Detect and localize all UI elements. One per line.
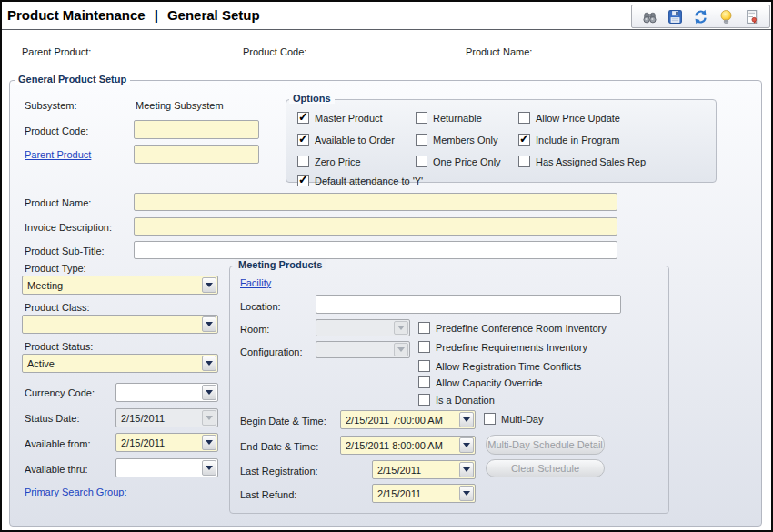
product-class-label: Product Class: (25, 302, 90, 313)
status-date-select: 2/15/2011 (115, 408, 218, 427)
checkbox-allow-registration-time-conflicts[interactable]: Allow Registration Time Conflicts (418, 360, 581, 372)
predefine-conference-room-checkbox[interactable] (418, 322, 430, 334)
checkbox-has-assigned-sales-rep[interactable]: Has Assigned Sales Rep (518, 156, 646, 167)
product-maintenance-window: Product Maintenance|General Setup (0, 0, 773, 532)
default-attendance-checkbox[interactable] (297, 175, 309, 186)
begin-date-time-select[interactable]: 2/15/2011 7:00:00 AM (340, 410, 476, 429)
primary-search-group-link[interactable]: Primary Search Group: (25, 487, 126, 497)
product-type-label: Product Type: (25, 263, 86, 274)
product-name-input[interactable] (134, 193, 617, 211)
checkbox-zero-price[interactable]: Zero Price (297, 156, 361, 167)
available-from-label: Available from: (25, 438, 91, 449)
chevron-down-icon[interactable] (459, 486, 474, 501)
multi-day-schedule-detail-button[interactable]: Multi-Day Schedule Detail (486, 435, 605, 455)
allow-registration-conflicts-checkbox[interactable] (418, 360, 430, 372)
header-product-name-label: Product Name: (466, 46, 532, 57)
product-code-label: Product Code: (25, 125, 88, 136)
checkbox-one-price-only[interactable]: One Price Only (416, 156, 501, 167)
one-price-only-checkbox[interactable] (416, 156, 427, 167)
options-legend: Options (289, 93, 335, 104)
chevron-down-icon[interactable] (459, 437, 474, 453)
available-from-select[interactable]: 2/15/2011 (115, 433, 218, 452)
room-label: Room: (240, 324, 269, 335)
checkbox-is-a-donation[interactable]: Is a Donation (418, 394, 495, 406)
checkbox-include-in-program[interactable]: Include in Program (518, 134, 619, 146)
product-status-select[interactable]: Active (22, 354, 218, 373)
parent-product-link[interactable]: Parent Product (25, 149, 91, 160)
checkbox-predefine-conference-room-inventory[interactable]: Predefine Conference Room Inventory (418, 322, 607, 334)
checkbox-allow-price-update[interactable]: Allow Price Update (518, 112, 620, 124)
search-binoculars-icon[interactable] (642, 9, 658, 25)
page-title-right: General Setup (167, 7, 260, 23)
parent-product-input[interactable] (134, 145, 259, 164)
invoice-description-input[interactable] (134, 217, 617, 236)
product-type-select[interactable]: Meeting (22, 276, 218, 295)
checkbox-allow-capacity-override[interactable]: Allow Capacity Override (418, 376, 542, 388)
location-label: Location: (240, 301, 281, 312)
checkbox-default-attendance[interactable]: Default attendance to 'Y' (297, 175, 423, 186)
end-date-time-select[interactable]: 2/15/2011 8:00:00 AM (340, 436, 476, 455)
clear-schedule-button[interactable]: Clear Schedule (486, 459, 605, 477)
chevron-down-icon[interactable] (202, 385, 216, 400)
report-icon[interactable] (744, 9, 759, 25)
checkbox-master-product[interactable]: Master Product (297, 112, 383, 124)
product-class-select[interactable] (22, 315, 218, 334)
chevron-down-icon[interactable] (459, 462, 474, 477)
available-thru-select[interactable] (115, 458, 218, 477)
checkbox-predefine-requirements-inventory[interactable]: Predefine Requirements Inventory (418, 341, 587, 353)
checkbox-available-to-order[interactable]: Available to Order (297, 134, 395, 146)
status-date-label: Status Date: (25, 413, 80, 424)
product-sub-title-label: Product Sub-Title: (25, 246, 105, 256)
chevron-down-icon[interactable] (202, 316, 216, 332)
general-product-setup-legend: General Product Setup (15, 74, 130, 85)
page-title: Product Maintenance|General Setup (7, 7, 260, 23)
end-date-time-label: End Date & Time: (240, 441, 318, 452)
tip-lightbulb-icon[interactable] (718, 9, 734, 25)
product-sub-title-input[interactable] (134, 241, 617, 259)
meeting-products-legend: Meeting Products (235, 259, 326, 270)
master-product-checkbox[interactable] (297, 112, 309, 124)
is-a-donation-checkbox[interactable] (418, 394, 430, 406)
chevron-down-icon (394, 321, 408, 335)
currency-code-label: Currency Code: (25, 387, 95, 398)
include-in-program-checkbox[interactable] (518, 134, 530, 146)
begin-date-time-label: Begin Date & Time: (240, 416, 326, 427)
configuration-select (316, 341, 410, 358)
save-icon[interactable] (668, 9, 683, 25)
predefine-requirements-checkbox[interactable] (418, 341, 430, 353)
available-thru-label: Available thru: (25, 464, 88, 475)
returnable-checkbox[interactable] (416, 112, 427, 124)
subsystem-value: Meeting Subsystem (136, 100, 224, 111)
chevron-down-icon[interactable] (202, 356, 216, 371)
product-code-input[interactable] (134, 120, 259, 139)
chevron-down-icon[interactable] (202, 277, 216, 293)
zero-price-checkbox[interactable] (297, 156, 309, 167)
chevron-down-icon[interactable] (459, 412, 474, 427)
refresh-icon[interactable] (693, 9, 708, 25)
members-only-checkbox[interactable] (416, 134, 427, 146)
allow-price-update-checkbox[interactable] (518, 112, 530, 124)
checkbox-returnable[interactable]: Returnable (416, 112, 482, 124)
last-registration-label: Last Registration: (240, 466, 318, 477)
product-name-label: Product Name: (25, 197, 91, 208)
title-separator: | (155, 7, 158, 23)
checkbox-members-only[interactable]: Members Only (416, 134, 498, 146)
facility-link[interactable]: Facility (240, 277, 271, 288)
chevron-down-icon (394, 343, 408, 356)
last-refund-select[interactable]: 2/15/2011 (372, 484, 476, 503)
last-registration-select[interactable]: 2/15/2011 (372, 460, 476, 479)
currency-code-select[interactable] (115, 383, 218, 402)
chevron-down-icon[interactable] (202, 460, 216, 476)
location-input[interactable] (316, 295, 621, 314)
has-assigned-sales-rep-checkbox[interactable] (518, 156, 530, 167)
page-title-left: Product Maintenance (7, 7, 146, 23)
room-select (316, 319, 410, 336)
configuration-label: Configuration: (240, 346, 303, 357)
available-to-order-checkbox[interactable] (297, 134, 309, 146)
multi-day-checkbox[interactable] (484, 413, 496, 425)
checkbox-multi-day[interactable]: Multi-Day (484, 413, 543, 425)
toolbar (631, 5, 770, 28)
last-refund-label: Last Refund: (240, 489, 296, 500)
chevron-down-icon[interactable] (202, 435, 216, 450)
allow-capacity-override-checkbox[interactable] (418, 376, 430, 388)
